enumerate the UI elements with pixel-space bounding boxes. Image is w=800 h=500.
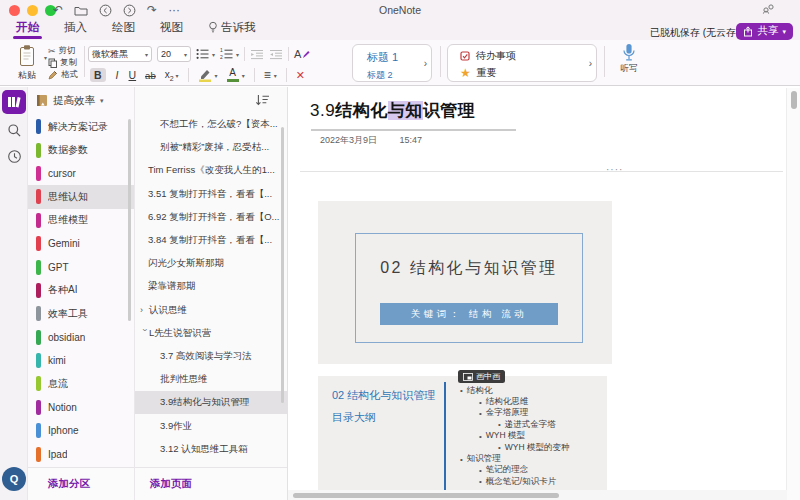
sidebar-item-section[interactable]: 各种AI [28, 279, 134, 302]
sidebar-item-section[interactable]: 息流 [28, 372, 134, 395]
more-commands-icon[interactable]: ··· [168, 3, 180, 17]
gallery-expand-icon[interactable]: › [424, 58, 427, 69]
sidebar-item-section[interactable]: 数据参数 [28, 138, 134, 161]
sidebar-item-section[interactable]: Notion [28, 396, 134, 419]
open-folder-icon[interactable] [74, 5, 88, 16]
highlighter-button[interactable]: ▾ [198, 68, 218, 82]
sidebar-item-section[interactable]: Iphone [28, 419, 134, 442]
page-list-item[interactable]: 6.92 复制打开抖音，看看【O... [135, 206, 287, 229]
vertical-scrollbar[interactable] [786, 88, 800, 500]
undo-icon[interactable]: ↶ [53, 3, 63, 17]
navigate-forward-icon[interactable] [123, 4, 136, 17]
ribbon-tab-开始[interactable]: 开始 [15, 20, 40, 40]
slide-image-outline[interactable]: 02 结构化与知识管理 目录大纲 •结构化•结构化思维•金字塔原理•递进式金字塔… [318, 376, 607, 500]
page-list-item[interactable]: 别被“精彩”废掉，忍受枯... [135, 136, 287, 159]
chevron-collapsed-icon[interactable]: › [140, 305, 149, 315]
sidebar-item-section[interactable]: 解决方案记录 [28, 115, 134, 138]
page-list-item[interactable]: 不想工作，怎么破?【资本... [135, 113, 287, 136]
bold-button[interactable]: B [90, 68, 106, 82]
sidebar-item-section[interactable]: GPT [28, 255, 134, 278]
page-list-item[interactable]: 3.51 复制打开抖音，看看【... [135, 183, 287, 206]
paste-button[interactable]: ▾ 粘贴 [10, 44, 44, 82]
page-list-item[interactable]: Tim Ferriss《改变我人生的1... [135, 159, 287, 182]
page-list-item[interactable]: 梁靠谱那期 [135, 275, 287, 298]
page-list-item[interactable]: 批判性思维 [135, 368, 287, 391]
sidebar-item-section[interactable]: cursor [28, 162, 134, 185]
tags-gallery[interactable]: 待办事项 ★ 重要 › [447, 44, 597, 82]
numbered-list-button[interactable]: 12 ▾ [220, 48, 239, 60]
notebooks-rail-button[interactable] [2, 90, 26, 114]
font-color-button[interactable]: A ▾ [227, 68, 245, 82]
paragraph-align-button[interactable]: ≡ ▾ [264, 68, 277, 82]
notebook-switcher[interactable]: 提高效率 ▾ [36, 87, 104, 114]
vertical-scrollbar-thumb[interactable] [791, 91, 797, 109]
font-size-select[interactable]: 20 ▾ [157, 46, 191, 62]
search-icon[interactable] [7, 123, 22, 138]
sidebar-item-section[interactable]: obsidian [28, 326, 134, 349]
strikethrough-button[interactable]: ab [145, 70, 156, 81]
subscript-button[interactable]: x2▾ [165, 69, 179, 82]
horizontal-scrollbar-thumb[interactable] [293, 493, 559, 498]
page-list-item[interactable]: ›认识思维 [135, 299, 287, 322]
sidebar-item-section[interactable]: 思维模型 [28, 209, 134, 232]
sidebar-item-section[interactable]: 思维认知 [28, 185, 134, 208]
style-heading2[interactable]: 标题 2 [367, 69, 431, 82]
note-container-grip[interactable]: ···· [606, 164, 623, 175]
style-heading1[interactable]: 标题 1 [367, 50, 431, 65]
bullet-list-button[interactable]: ▾ [196, 48, 215, 60]
ribbon-tab-绘图[interactable]: 绘图 [111, 20, 136, 40]
sections-scrollbar[interactable] [128, 119, 131, 321]
cut-button[interactable]: ✂ 剪切 [48, 45, 78, 57]
page-list-item[interactable]: 3.9结构化与知识管理 [135, 391, 287, 414]
font-name-select[interactable]: 微软雅黑 ▾ [88, 46, 152, 62]
gallery-expand-icon[interactable]: › [589, 58, 592, 69]
tag-important[interactable]: ★ 重要 [460, 66, 596, 79]
style-pen-button[interactable]: A [294, 48, 310, 60]
dictate-button[interactable]: 听写 [612, 43, 646, 75]
add-page-button[interactable]: 添加页面 [150, 477, 192, 491]
navigate-back-icon[interactable] [99, 4, 112, 17]
horizontal-scrollbar[interactable] [288, 490, 787, 500]
clear-formatting-button[interactable]: ✕ [296, 69, 305, 82]
font-group-row1: 微软雅黑 ▾ 20 ▾ ▾ 12 ▾ A [88, 46, 310, 62]
page-list-item[interactable]: 3.84 复制打开抖音，看看【... [135, 229, 287, 252]
minimize-window-button[interactable] [27, 5, 38, 16]
copy-button[interactable]: 复制 [48, 57, 78, 69]
align-icon: ≡ [264, 68, 271, 82]
page-list-item[interactable]: 3.12 认知思维工具箱 [135, 438, 287, 461]
tag-todo[interactable]: 待办事项 [460, 49, 596, 62]
close-window-button[interactable] [9, 5, 20, 16]
add-section-button[interactable]: 添加分区 [48, 477, 90, 491]
format-painter-button[interactable]: 格式 [48, 69, 78, 81]
page-list-item[interactable]: 3.9作业 [135, 414, 287, 437]
sidebar-item-section[interactable]: kimi [28, 349, 134, 372]
ribbon-tab-插入[interactable]: 插入 [63, 20, 88, 40]
sidebar-item-section[interactable]: Ipad [28, 442, 134, 465]
sort-pages-icon[interactable] [255, 94, 270, 107]
share-button[interactable]: 共享 ▾ [736, 23, 793, 40]
pages-scrollbar[interactable] [281, 127, 284, 403]
italic-button[interactable]: I [115, 69, 120, 81]
page-list-item[interactable]: 3.7 高效阅读与学习法 [135, 345, 287, 368]
account-avatar[interactable]: Q [2, 467, 26, 491]
underline-button[interactable]: U [129, 69, 137, 81]
page-list-item[interactable]: 闪光少女斯斯那期 [135, 252, 287, 275]
page-title[interactable]: 3.9结构化与知识管理 [310, 99, 475, 122]
page-canvas[interactable]: 3.9结构化与知识管理 2022年3月9日 15:47 ···· 02 结构化与… [288, 87, 800, 500]
sidebar-item-section[interactable]: Gemini [28, 232, 134, 255]
presence-icon[interactable] [762, 3, 775, 14]
recent-notes-clock-icon[interactable] [7, 149, 22, 164]
chevron-expanded-icon[interactable]: › [140, 329, 150, 338]
page-list-item[interactable]: ›L先生说智识营 [135, 322, 287, 345]
paste-dropdown-icon[interactable]: ▾ [44, 54, 47, 61]
decrease-indent-icon[interactable] [250, 49, 264, 60]
redo-icon[interactable]: ↷ [147, 3, 157, 17]
ribbon-tab-视图[interactable]: 视图 [159, 20, 184, 40]
styles-gallery[interactable]: 标题 1 标题 2 › [352, 44, 432, 82]
note-container-edge[interactable] [300, 171, 783, 172]
slide-image-title[interactable]: 02 结构化与知识管理 关键词： 结构 流动 [318, 201, 612, 364]
increase-indent-icon[interactable] [269, 49, 283, 60]
sidebar-item-section[interactable]: 效率工具 [28, 302, 134, 325]
ribbon-tab-告诉我[interactable]: 告诉我 [207, 20, 257, 40]
picture-in-picture-badge[interactable]: 画中画 [458, 370, 505, 383]
